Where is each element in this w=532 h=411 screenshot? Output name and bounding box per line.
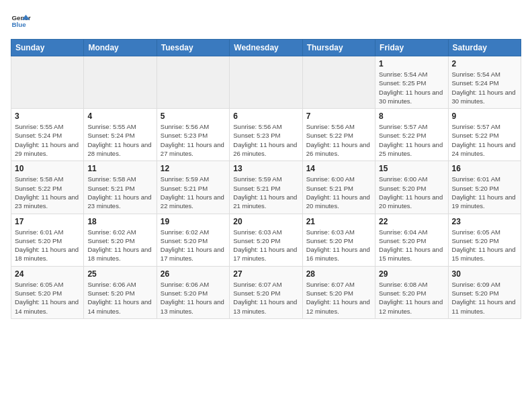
week-row-3: 10Sunrise: 5:58 AMSunset: 5:22 PMDayligh… bbox=[11, 161, 521, 214]
day-number: 15 bbox=[379, 164, 444, 173]
day-info: Sunrise: 6:05 AMSunset: 5:20 PMDaylight:… bbox=[15, 280, 80, 316]
day-number: 30 bbox=[452, 269, 517, 279]
calendar-cell: 4Sunrise: 5:55 AMSunset: 5:24 PMDaylight… bbox=[84, 109, 157, 161]
day-info: Sunrise: 6:05 AMSunset: 5:20 PMDaylight:… bbox=[452, 228, 517, 263]
calendar-cell: 1Sunrise: 5:54 AMSunset: 5:25 PMDaylight… bbox=[375, 56, 448, 109]
calendar-cell: 6Sunrise: 5:56 AMSunset: 5:23 PMDaylight… bbox=[230, 109, 302, 161]
day-info: Sunrise: 5:59 AMSunset: 5:21 PMDaylight:… bbox=[233, 175, 298, 210]
week-row-4: 17Sunrise: 6:01 AMSunset: 5:20 PMDayligh… bbox=[11, 214, 521, 266]
day-number: 16 bbox=[452, 164, 517, 173]
weekday-header-thursday: Thursday bbox=[302, 40, 375, 56]
day-number: 3 bbox=[15, 111, 80, 121]
day-info: Sunrise: 5:56 AMSunset: 5:23 PMDaylight:… bbox=[161, 122, 226, 158]
day-info: Sunrise: 6:02 AMSunset: 5:20 PMDaylight:… bbox=[161, 228, 226, 263]
day-number: 20 bbox=[233, 217, 298, 226]
calendar-cell: 28Sunrise: 6:07 AMSunset: 5:20 PMDayligh… bbox=[302, 266, 375, 318]
calendar-cell: 11Sunrise: 5:58 AMSunset: 5:21 PMDayligh… bbox=[84, 161, 157, 214]
calendar-cell bbox=[302, 56, 375, 109]
day-number: 29 bbox=[379, 269, 444, 279]
calendar-cell: 20Sunrise: 6:03 AMSunset: 5:20 PMDayligh… bbox=[230, 214, 302, 266]
day-number: 14 bbox=[306, 164, 371, 173]
day-info: Sunrise: 6:03 AMSunset: 5:20 PMDaylight:… bbox=[233, 228, 298, 263]
day-info: Sunrise: 5:58 AMSunset: 5:22 PMDaylight:… bbox=[15, 175, 80, 210]
day-info: Sunrise: 6:00 AMSunset: 5:20 PMDaylight:… bbox=[379, 175, 444, 210]
day-info: Sunrise: 6:07 AMSunset: 5:20 PMDaylight:… bbox=[306, 280, 371, 316]
weekday-header-tuesday: Tuesday bbox=[157, 40, 229, 56]
calendar-cell: 8Sunrise: 5:57 AMSunset: 5:22 PMDaylight… bbox=[375, 109, 448, 161]
calendar-cell: 5Sunrise: 5:56 AMSunset: 5:23 PMDaylight… bbox=[157, 109, 229, 161]
day-number: 24 bbox=[15, 269, 80, 279]
day-info: Sunrise: 6:06 AMSunset: 5:20 PMDaylight:… bbox=[161, 280, 226, 316]
calendar-cell bbox=[84, 56, 157, 109]
calendar-cell: 19Sunrise: 6:02 AMSunset: 5:20 PMDayligh… bbox=[157, 214, 229, 266]
logo-icon: General Blue bbox=[11, 11, 31, 31]
day-info: Sunrise: 5:59 AMSunset: 5:21 PMDaylight:… bbox=[161, 175, 226, 210]
day-number: 9 bbox=[452, 111, 517, 121]
day-info: Sunrise: 6:04 AMSunset: 5:20 PMDaylight:… bbox=[379, 228, 444, 263]
day-info: Sunrise: 6:06 AMSunset: 5:20 PMDaylight:… bbox=[87, 280, 152, 316]
day-info: Sunrise: 5:54 AMSunset: 5:25 PMDaylight:… bbox=[379, 70, 444, 105]
day-info: Sunrise: 5:57 AMSunset: 5:22 PMDaylight:… bbox=[379, 122, 444, 158]
week-row-2: 3Sunrise: 5:55 AMSunset: 5:24 PMDaylight… bbox=[11, 109, 521, 161]
day-info: Sunrise: 5:55 AMSunset: 5:24 PMDaylight:… bbox=[15, 122, 80, 158]
calendar-cell: 15Sunrise: 6:00 AMSunset: 5:20 PMDayligh… bbox=[375, 161, 448, 214]
day-info: Sunrise: 5:55 AMSunset: 5:24 PMDaylight:… bbox=[87, 122, 152, 158]
calendar-cell: 29Sunrise: 6:08 AMSunset: 5:20 PMDayligh… bbox=[375, 266, 448, 318]
calendar-cell bbox=[230, 56, 302, 109]
day-info: Sunrise: 5:56 AMSunset: 5:22 PMDaylight:… bbox=[306, 122, 371, 158]
weekday-header-sunday: Sunday bbox=[11, 40, 84, 56]
day-number: 4 bbox=[87, 111, 152, 121]
calendar-cell: 21Sunrise: 6:03 AMSunset: 5:20 PMDayligh… bbox=[302, 214, 375, 266]
day-number: 18 bbox=[87, 217, 152, 226]
calendar-cell: 7Sunrise: 5:56 AMSunset: 5:22 PMDaylight… bbox=[302, 109, 375, 161]
weekday-header-friday: Friday bbox=[375, 40, 448, 56]
calendar-cell: 26Sunrise: 6:06 AMSunset: 5:20 PMDayligh… bbox=[157, 266, 229, 318]
day-number: 8 bbox=[379, 111, 444, 121]
day-number: 26 bbox=[161, 269, 226, 279]
calendar-cell: 14Sunrise: 6:00 AMSunset: 5:21 PMDayligh… bbox=[302, 161, 375, 214]
calendar-cell: 17Sunrise: 6:01 AMSunset: 5:20 PMDayligh… bbox=[11, 214, 84, 266]
day-info: Sunrise: 6:03 AMSunset: 5:20 PMDaylight:… bbox=[306, 228, 371, 263]
calendar-cell: 12Sunrise: 5:59 AMSunset: 5:21 PMDayligh… bbox=[157, 161, 229, 214]
day-number: 2 bbox=[452, 59, 517, 68]
day-number: 28 bbox=[306, 269, 371, 279]
calendar-cell: 13Sunrise: 5:59 AMSunset: 5:21 PMDayligh… bbox=[230, 161, 302, 214]
weekday-header-saturday: Saturday bbox=[448, 40, 521, 56]
calendar-cell bbox=[157, 56, 229, 109]
day-info: Sunrise: 5:54 AMSunset: 5:24 PMDaylight:… bbox=[452, 70, 517, 105]
day-number: 22 bbox=[379, 217, 444, 226]
day-number: 10 bbox=[15, 164, 80, 173]
day-number: 25 bbox=[87, 269, 152, 279]
day-number: 13 bbox=[233, 164, 298, 173]
calendar-cell: 16Sunrise: 6:01 AMSunset: 5:20 PMDayligh… bbox=[448, 161, 521, 214]
weekday-header-wednesday: Wednesday bbox=[230, 40, 302, 56]
weekday-header-monday: Monday bbox=[84, 40, 157, 56]
page-header: General Blue bbox=[11, 11, 521, 31]
day-info: Sunrise: 6:01 AMSunset: 5:20 PMDaylight:… bbox=[15, 228, 80, 263]
day-info: Sunrise: 5:58 AMSunset: 5:21 PMDaylight:… bbox=[87, 175, 152, 210]
week-row-1: 1Sunrise: 5:54 AMSunset: 5:25 PMDaylight… bbox=[11, 56, 521, 109]
calendar-cell: 18Sunrise: 6:02 AMSunset: 5:20 PMDayligh… bbox=[84, 214, 157, 266]
day-number: 17 bbox=[15, 217, 80, 226]
calendar-cell: 30Sunrise: 6:09 AMSunset: 5:20 PMDayligh… bbox=[448, 266, 521, 318]
calendar-cell: 3Sunrise: 5:55 AMSunset: 5:24 PMDaylight… bbox=[11, 109, 84, 161]
day-info: Sunrise: 6:09 AMSunset: 5:20 PMDaylight:… bbox=[452, 280, 517, 316]
day-info: Sunrise: 6:00 AMSunset: 5:21 PMDaylight:… bbox=[306, 175, 371, 210]
logo: General Blue bbox=[11, 11, 31, 31]
svg-text:General: General bbox=[12, 14, 32, 21]
day-number: 6 bbox=[233, 111, 298, 121]
calendar-cell: 22Sunrise: 6:04 AMSunset: 5:20 PMDayligh… bbox=[375, 214, 448, 266]
calendar-cell: 25Sunrise: 6:06 AMSunset: 5:20 PMDayligh… bbox=[84, 266, 157, 318]
calendar-cell: 24Sunrise: 6:05 AMSunset: 5:20 PMDayligh… bbox=[11, 266, 84, 318]
week-row-5: 24Sunrise: 6:05 AMSunset: 5:20 PMDayligh… bbox=[11, 266, 521, 318]
day-info: Sunrise: 6:08 AMSunset: 5:20 PMDaylight:… bbox=[379, 280, 444, 316]
calendar-cell: 2Sunrise: 5:54 AMSunset: 5:24 PMDaylight… bbox=[448, 56, 521, 109]
calendar-cell: 27Sunrise: 6:07 AMSunset: 5:20 PMDayligh… bbox=[230, 266, 302, 318]
weekday-header-row: SundayMondayTuesdayWednesdayThursdayFrid… bbox=[11, 40, 521, 56]
svg-text:Blue: Blue bbox=[12, 21, 27, 28]
calendar-cell bbox=[11, 56, 84, 109]
day-number: 5 bbox=[161, 111, 226, 121]
day-number: 11 bbox=[87, 164, 152, 173]
day-number: 23 bbox=[452, 217, 517, 226]
day-info: Sunrise: 5:56 AMSunset: 5:23 PMDaylight:… bbox=[233, 122, 298, 158]
